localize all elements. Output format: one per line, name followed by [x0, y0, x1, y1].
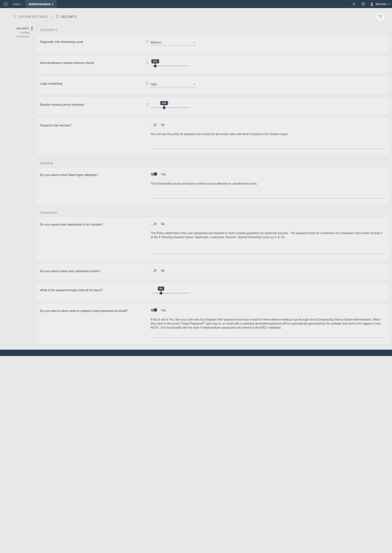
svg-point-8	[14, 16, 14, 16]
slider-thumb[interactable]	[160, 292, 162, 295]
filter-icon	[378, 15, 382, 19]
svg-point-9	[15, 16, 16, 16]
breadcrumb-root[interactable]: SYSTEM SETTINGS	[18, 15, 48, 18]
toggle-value: Yes	[161, 308, 166, 312]
card-diag-level: Diagnostic Info Hardening Level Medium ▾	[36, 34, 390, 53]
help-icon[interactable]	[144, 60, 151, 66]
svg-point-11	[15, 17, 16, 18]
toggle-value: No	[161, 269, 165, 272]
help-icon[interactable]	[144, 39, 151, 46]
label-diag-level: Diagnostic Info Hardening Level	[40, 39, 144, 46]
card-track-failed: Do you want to track failed logon attemp…	[36, 167, 390, 206]
sidenav-auditing[interactable]: Auditing	[0, 31, 32, 35]
section-header-security: SECURITY	[36, 25, 390, 34]
label-complex-passwords: Do you require user passwords to be comp…	[40, 222, 144, 254]
card-suspend-access: Suspend User Access? No	[36, 118, 390, 156]
card-expiry-interval: What is the password expiry interval (in…	[36, 282, 390, 301]
select-value: High	[151, 82, 157, 86]
slider-expiry-interval[interactable]: 90	[151, 293, 190, 293]
app-logo[interactable]	[2, 1, 9, 7]
card-request-email: Do you want to allow users to request a …	[36, 303, 390, 345]
slider-bubble: 450	[160, 101, 168, 105]
footer-bar	[0, 350, 392, 356]
svg-point-7	[371, 3, 373, 4]
svg-point-19	[147, 105, 147, 105]
label-interval: Interval between session timeout checks	[40, 60, 144, 66]
svg-point-6	[363, 5, 363, 5]
topbar: Jobs ▾ Administration ▾ Bertram ▾	[0, 0, 392, 8]
label-timeout-period: Session timeout period (minutes)	[40, 102, 144, 108]
label-suspend-access: Suspend User Access?	[40, 123, 144, 149]
label-request-email: Do you want to allow users to request a …	[40, 308, 144, 338]
svg-point-1	[5, 3, 6, 5]
help-icon[interactable]	[144, 81, 151, 87]
svg-point-10	[14, 17, 14, 18]
toggle-track-failed[interactable]	[151, 173, 157, 176]
side-nav: SECURITY Auditing Passwords	[0, 25, 32, 347]
breadcrumb: SYSTEM SETTINGS / SECURITY	[13, 15, 77, 19]
toggle-value: No	[161, 222, 165, 226]
card-complex-passwords: Do you require user passwords to be comp…	[36, 217, 390, 261]
chevron-down-icon: ▾	[52, 3, 53, 5]
user-icon	[370, 2, 374, 6]
select-diag-level[interactable]: Medium ▾	[151, 39, 196, 46]
slider-bubble: 90	[158, 287, 164, 291]
svg-marker-0	[4, 2, 7, 6]
sidenav-passwords[interactable]: Passwords	[0, 35, 32, 39]
desc-complex-passwords[interactable]	[151, 231, 385, 254]
chevron-down-icon: ▾	[20, 3, 22, 5]
nav-administration[interactable]: Administration ▾	[25, 0, 57, 8]
sidenav-security[interactable]: SECURITY	[0, 26, 32, 31]
nav-admin-label: Administration	[29, 2, 51, 6]
card-login-hardening: Login Hardening High ▾	[36, 76, 390, 94]
select-login-hardening[interactable]: High ▾	[151, 81, 196, 87]
slider-thumb[interactable]	[163, 106, 166, 109]
slider-interval[interactable]: 300	[151, 66, 190, 66]
section-header-passwords: Passwords	[36, 208, 390, 217]
card-interval: Interval between session timeout checks …	[36, 55, 390, 73]
settings-icon	[13, 15, 17, 19]
filter-button[interactable]	[375, 12, 386, 22]
chevron-down-icon: ▾	[194, 83, 195, 86]
menu-icon[interactable]	[351, 1, 357, 7]
chevron-down-icon: ▾	[389, 3, 390, 5]
toggle-request-email[interactable]	[151, 309, 157, 312]
user-name: Bertram	[376, 2, 387, 6]
breadcrumb-bar: SYSTEM SETTINGS / SECURITY	[0, 8, 392, 25]
slider-bubble: 300	[151, 59, 159, 63]
slider-timeout[interactable]: 450	[151, 107, 190, 108]
select-value: Medium	[151, 41, 161, 44]
card-passwords-expire: Do you want to have user passwords expir…	[36, 263, 390, 280]
svg-point-15	[147, 63, 147, 64]
label-login-hardening: Login Hardening	[40, 81, 144, 87]
toggle-passwords-expire[interactable]	[151, 269, 157, 272]
toggle-complex-passwords[interactable]	[151, 222, 157, 225]
svg-point-13	[147, 42, 147, 43]
main-panel: SECURITY Diagnostic Info Hardening Level…	[32, 25, 390, 347]
help-icon[interactable]	[144, 102, 151, 108]
breadcrumb-current: SECURITY	[61, 15, 77, 18]
chevron-down-icon: ▾	[194, 41, 195, 44]
section-header-auditing: Auditing	[36, 158, 390, 167]
toggle-value: No	[161, 123, 165, 126]
label-passwords-expire: Do you want to have user passwords expir…	[40, 269, 144, 273]
label-track-failed: Do you want to track failed logon attemp…	[40, 173, 144, 198]
desc-request-email[interactable]	[151, 317, 385, 338]
toggle-suspend-access[interactable]	[151, 123, 157, 126]
label-expiry-interval: What is the password expiry interval (in…	[40, 288, 144, 293]
breadcrumb-separator: /	[51, 15, 52, 18]
user-menu[interactable]: Bertram ▾	[370, 2, 390, 6]
svg-point-17	[147, 84, 147, 84]
nav-jobs[interactable]: Jobs ▾	[9, 0, 25, 8]
shield-icon	[56, 15, 60, 19]
toggle-value: Yes	[161, 173, 166, 176]
desc-suspend-access[interactable]	[151, 132, 385, 149]
desc-track-failed[interactable]	[151, 181, 385, 198]
slider-thumb[interactable]	[154, 65, 157, 67]
card-timeout-period: Session timeout period (minutes) 450	[36, 97, 390, 115]
nav-jobs-label: Jobs	[13, 2, 19, 6]
help-icon[interactable]	[361, 1, 366, 7]
